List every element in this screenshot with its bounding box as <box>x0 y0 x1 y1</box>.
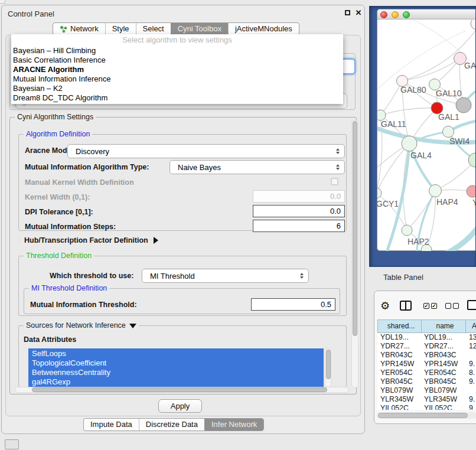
network-node-label: GAL80 <box>400 85 426 94</box>
table-row[interactable]: YBR043CYBR043C <box>377 351 476 360</box>
tab-label: Style <box>112 23 129 35</box>
table-horizontal-scrollbar[interactable] <box>377 412 476 419</box>
network-edge[interactable] <box>380 81 402 115</box>
minimized-window-icon[interactable] <box>5 439 19 449</box>
network-window-titlebar[interactable] <box>377 9 476 19</box>
settings-horizontal-scrollbar[interactable] <box>15 387 349 393</box>
zoom-traffic-light[interactable] <box>403 11 410 18</box>
network-edge[interactable] <box>442 224 476 251</box>
network-desktop: GALGAL80GAL10GAL1GAL11SWI4GAL4GCY1HAP4YH… <box>369 6 476 267</box>
aracne-mode-label: Aracne Mode: <box>25 144 74 157</box>
mi-threshold-definition-title: MI Threshold Definition <box>29 284 109 292</box>
dropdown-item[interactable]: Basic Correlation Inference <box>11 56 343 65</box>
tab-style[interactable]: Style <box>105 23 136 35</box>
apply-button[interactable]: Apply <box>158 399 202 413</box>
attributes-scrollbar[interactable] <box>325 348 331 387</box>
network-node-edge-node[interactable] <box>471 20 476 30</box>
column-header-name[interactable]: name <box>422 320 466 332</box>
network-node-label: HAP4 <box>436 197 458 207</box>
dropdown-item[interactable]: Dream8 DC_TDC Algorithm <box>11 93 343 103</box>
mi-steps-field[interactable]: 6 <box>253 220 345 232</box>
tab-infer-network[interactable]: Infer Network <box>204 419 263 431</box>
dpi-tolerance-field[interactable]: 0.0 <box>253 205 345 217</box>
which-threshold-select[interactable]: MI Threshold <box>142 269 309 283</box>
network-canvas[interactable]: GALGAL80GAL10GAL1GAL11SWI4GAL4GCY1HAP4YH… <box>377 20 476 251</box>
mi-threshold-label: Mutual Information Threshold: <box>30 298 137 311</box>
dpi-tolerance-label: DPI Tolerance [0,1]: <box>25 206 93 219</box>
network-node-hap4[interactable] <box>429 185 442 197</box>
column-header-clipped[interactable]: A <box>466 320 476 332</box>
hub-definition-label: Hub/Transcription Factor Definition <box>24 236 148 244</box>
tab-label: jActiveMNodules <box>235 23 292 35</box>
table-row[interactable]: YDL19...YDL19...13 <box>377 333 476 342</box>
hub-definition-toggle[interactable]: Hub/Transcription Factor Definition <box>24 234 158 246</box>
network-node-hap2[interactable] <box>402 225 412 236</box>
network-node-salmon[interactable] <box>467 185 476 197</box>
settings-vertical-scrollbar[interactable] <box>351 120 358 388</box>
mi-steps-value: 6 <box>337 221 341 230</box>
data-attributes-list: SelfLoops TopologicalCoefficient Between… <box>28 348 324 387</box>
network-node-label: GAL10 <box>436 89 462 98</box>
table-row[interactable]: YPR145WYPR145W9. <box>377 360 476 369</box>
attribute-item-selected[interactable]: BetweennessCentrality <box>32 368 324 377</box>
tab-discretize-data[interactable]: Discretize Data <box>139 419 204 431</box>
kernel-width-field[interactable]: 0.0 <box>253 190 345 203</box>
close-traffic-light[interactable] <box>380 11 387 18</box>
kernel-width-label: Kernel Width (0,1): <box>25 191 90 204</box>
network-node-gray1[interactable] <box>456 97 471 113</box>
dropdown-item[interactable]: Bayesian – K2 <box>11 84 343 93</box>
gear-icon[interactable]: ⚙ <box>380 299 390 313</box>
float-window-icon[interactable] <box>345 10 350 15</box>
tab-jactivemnodules[interactable]: jActiveMNodules <box>228 23 299 35</box>
network-edge[interactable] <box>402 26 476 81</box>
new-table-icon[interactable] <box>467 300 476 310</box>
network-tab-icon <box>60 25 67 33</box>
algorithm-definition-title: Algorithm Definition <box>24 130 92 138</box>
attribute-item-selected[interactable]: SelfLoops <box>32 349 324 358</box>
cyni-toolbox-panel: galFiltered.sif default node Select algo… <box>5 35 361 416</box>
mi-threshold-field[interactable]: 0.5 <box>251 298 335 311</box>
dropdown-item[interactable]: Bayesian – Hill Climbing <box>11 46 343 56</box>
attribute-item-selected[interactable]: TopologicalCoefficient <box>32 358 324 368</box>
tab-cyni-toolbox[interactable]: Cyni Toolbox <box>171 23 228 35</box>
dropdown-item[interactable]: Mutual Information Inference <box>11 74 343 84</box>
table-row[interactable]: YER054CYER054C8. <box>377 369 476 377</box>
aracne-mode-value: Discovery <box>76 147 109 156</box>
tab-impute-data[interactable]: Impute Data <box>84 419 139 431</box>
table-row[interactable]: YBL079WYBL079W <box>377 386 476 395</box>
mi-steps-label: Mutual Information Steps: <box>25 220 116 233</box>
minimize-traffic-light[interactable] <box>392 11 399 18</box>
columns-icon[interactable] <box>400 301 412 311</box>
scrollbar-thumb[interactable] <box>326 350 331 379</box>
cyni-algorithm-settings-group: Cyni Algorithm Settings Algorithm Defini… <box>9 117 357 394</box>
network-node-label: Y <box>472 198 476 207</box>
aracne-mode-select[interactable]: Discovery <box>67 144 345 158</box>
network-node-gal4[interactable] <box>402 136 417 151</box>
network-edge[interactable] <box>377 31 466 90</box>
tab-select[interactable]: Select <box>136 23 171 35</box>
dpi-tolerance-value: 0.0 <box>330 207 341 216</box>
scrollbar-thumb[interactable] <box>378 413 468 418</box>
network-edge[interactable] <box>380 108 437 115</box>
dropdown-item-selected[interactable]: ARACNE Algorithm <box>11 65 343 74</box>
table-row[interactable]: YLR345WYLR345W9. <box>377 395 476 404</box>
tab-network[interactable]: Network <box>53 23 105 35</box>
scrollbar-thumb[interactable] <box>353 121 357 336</box>
table-row[interactable]: YDR27...YDR27...12 <box>377 342 476 351</box>
manual-kernel-checkbox[interactable] <box>331 178 338 185</box>
network-node-swi4[interactable] <box>443 126 454 138</box>
expand-right-icon <box>154 237 158 244</box>
select-all-icon[interactable]: ✓✓ <box>423 303 437 309</box>
deselect-all-icon[interactable] <box>445 303 459 309</box>
threshold-definition-group: Threshold Definition Which threshold to … <box>18 256 347 316</box>
close-icon[interactable]: ✕ <box>354 8 363 18</box>
mi-type-select[interactable]: Naive Bayes <box>169 160 345 174</box>
table-row[interactable]: YBR045CYBR045C9. <box>377 377 476 386</box>
sources-group: Sources for Network Inference Data Attri… <box>18 325 347 387</box>
collapse-down-icon[interactable] <box>129 324 136 328</box>
scrollbar-thumb[interactable] <box>32 387 327 392</box>
table-row[interactable]: YIL052CYIL052C9 <box>377 404 476 410</box>
column-header-shared-name[interactable]: shared... <box>378 320 422 332</box>
attribute-item-selected[interactable]: gal4RGexp <box>32 377 324 387</box>
data-attributes-label: Data Attributes <box>24 334 76 345</box>
